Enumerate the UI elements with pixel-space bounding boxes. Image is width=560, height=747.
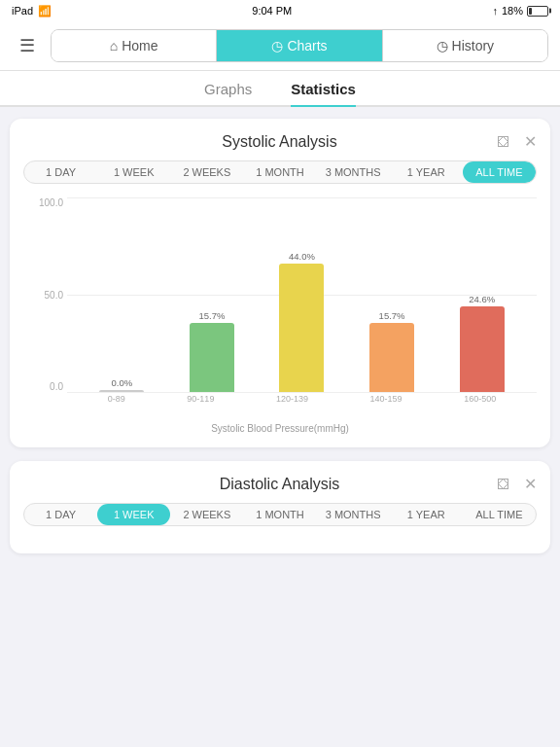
d-time-tab-alltime[interactable]: ALL TIME [463,504,536,525]
bar-group-3: 15.7% [369,310,414,392]
time-tab-3months[interactable]: 3 MONTHS [317,161,390,183]
d-time-tab-1week[interactable]: 1 WEEK [97,504,170,525]
systolic-x-axis-title: Systolic Blood Pressure(mmHg) [23,423,537,434]
nav-tab-history[interactable]: ◷ History [383,30,547,61]
bar-3 [369,323,414,392]
sub-tab-statistics[interactable]: Statistics [291,81,356,105]
bar-group-0: 0.0% [99,377,144,392]
status-bar: iPad 📶 9:04 PM ↑ 18% [0,0,560,21]
y-label-100: 100.0 [39,197,63,208]
bar-1 [190,323,234,392]
d-time-tab-1day[interactable]: 1 DAY [24,504,97,525]
status-right: ↑ 18% [492,5,548,17]
time-tab-1month[interactable]: 1 MONTH [243,161,316,183]
d-time-tab-3months[interactable]: 3 MONTHS [317,504,390,525]
time-tab-1year[interactable]: 1 YEAR [390,161,463,183]
x-label-1: 90-119 [187,394,214,404]
diastolic-card: Diastolic Analysis ⛋ ✕ 1 DAY 1 WEEK 2 WE… [10,461,550,553]
d-time-tab-1month[interactable]: 1 MONTH [243,504,316,525]
x-axis: 0-89 90-119 120-139 140-159 160-500 [67,392,537,421]
nav-tab-charts[interactable]: ◷ Charts [217,30,382,61]
carrier-label: iPad [12,5,33,17]
bar-label-4: 24.6% [469,294,495,304]
hamburger-button[interactable]: ☰ [12,31,43,60]
bar-4 [460,306,505,392]
y-axis: 100.0 50.0 0.0 [23,197,67,392]
bar-label-1: 15.7% [198,310,225,321]
bar-label-3: 15.7% [379,310,405,321]
battery-icon [527,6,548,17]
systolic-bar-chart: 100.0 50.0 0.0 0.0% 15.7% [23,197,537,421]
time-tab-alltime[interactable]: ALL TIME [463,161,536,183]
charts-label: Charts [287,38,327,53]
y-label-50: 50.0 [45,290,63,301]
systolic-chart-header: Systolic Analysis ⛋ ✕ [23,132,537,151]
nav-tabs: ⌂ Home ◷ Charts ◷ History [51,29,548,62]
nav-tab-home[interactable]: ⌂ Home [52,30,217,61]
main-content: Systolic Analysis ⛋ ✕ 1 DAY 1 WEEK 2 WEE… [0,107,560,734]
systolic-chart-icons: ⛋ ✕ [497,132,537,151]
time-display: 9:04 PM [252,5,292,17]
history-icon: ◷ [437,38,448,53]
bar-group-4: 24.6% [460,294,505,392]
x-label-0: 0-89 [108,394,125,404]
diastolic-time-tabs: 1 DAY 1 WEEK 2 WEEKS 1 MONTH 3 MONTHS 1 … [23,503,537,526]
filter-icon[interactable]: ⛋ [497,133,512,151]
time-tab-1week[interactable]: 1 WEEK [97,161,170,183]
home-label: Home [122,38,158,53]
d-time-tab-1year[interactable]: 1 YEAR [390,504,463,525]
wifi-icon: 📶 [38,5,52,18]
bars-container: 0.0% 15.7% 44.0% 15.7% [67,197,537,392]
x-label-2: 120-139 [276,394,308,404]
diastolic-expand-icon[interactable]: ✕ [524,475,537,493]
diastolic-title: Diastolic Analysis [62,476,497,493]
systolic-time-tabs: 1 DAY 1 WEEK 2 WEEKS 1 MONTH 3 MONTHS 1 … [23,160,537,184]
sub-tab-graphs[interactable]: Graphs [204,81,252,105]
systolic-card: Systolic Analysis ⛋ ✕ 1 DAY 1 WEEK 2 WEE… [10,119,550,447]
y-label-0: 0.0 [50,381,63,392]
diastolic-filter-icon[interactable]: ⛋ [497,476,512,493]
time-tab-2weeks[interactable]: 2 WEEKS [170,161,243,183]
bar-group-2: 44.0% [279,251,324,392]
bar-2 [279,264,324,392]
signal-icon: ↑ [492,5,498,17]
top-nav: ☰ ⌂ Home ◷ Charts ◷ History [0,21,560,71]
history-label: History [452,38,495,53]
diastolic-chart-icons: ⛋ ✕ [497,475,537,493]
battery-percent: 18% [502,5,523,17]
x-label-3: 140-159 [370,394,402,404]
bar-label-0: 0.0% [111,377,132,388]
sub-tabs: Graphs Statistics [0,71,560,107]
charts-icon: ◷ [271,38,283,53]
systolic-title: Systolic Analysis [62,133,497,151]
d-time-tab-2weeks[interactable]: 2 WEEKS [170,504,243,525]
diastolic-chart-header: Diastolic Analysis ⛋ ✕ [23,475,537,493]
bar-label-2: 44.0% [289,251,315,262]
home-icon: ⌂ [110,38,118,53]
status-left: iPad 📶 [12,5,52,18]
time-tab-1day[interactable]: 1 DAY [24,161,97,183]
bar-group-1: 15.7% [190,310,234,392]
x-label-4: 160-500 [464,394,496,404]
expand-icon[interactable]: ✕ [524,132,537,151]
